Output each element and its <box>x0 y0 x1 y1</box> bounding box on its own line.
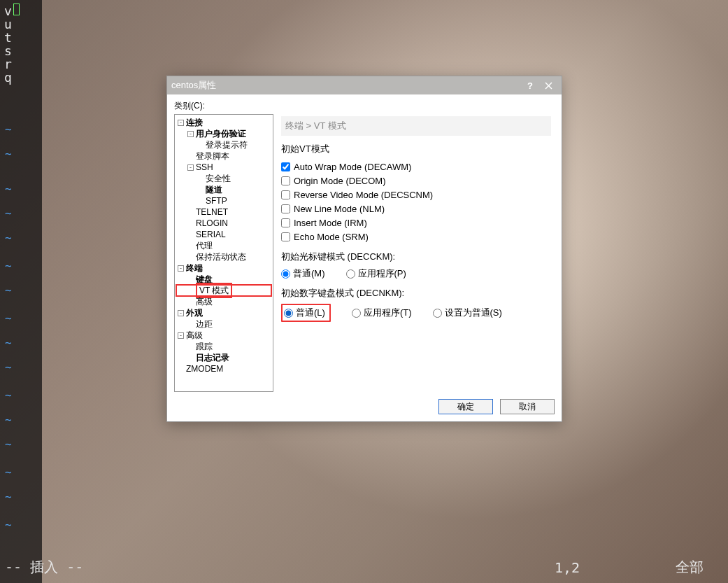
collapse-icon[interactable]: - <box>178 265 184 272</box>
checkbox[interactable] <box>281 176 290 185</box>
tree-item-advanced2[interactable]: -高级 <box>176 330 271 341</box>
tree-item-terminal[interactable]: -终端 <box>176 262 271 274</box>
checkbox[interactable] <box>281 232 290 241</box>
status-mode: -- 插入 -- <box>5 558 83 577</box>
tilde: ~ <box>5 336 12 349</box>
tree-item-serial[interactable]: SERIAL <box>176 229 271 240</box>
tilde: ~ <box>5 465 12 479</box>
check-origin[interactable]: Origin Mode (DECOM) <box>281 174 551 188</box>
collapse-icon[interactable]: - <box>178 310 184 316</box>
radio[interactable] <box>284 309 293 318</box>
dialog-title: centos属性 <box>171 79 521 92</box>
tree-item-logging[interactable]: 日志记录 <box>176 352 271 363</box>
section-vt-title: 初始VT模式 <box>281 143 551 155</box>
tilde: ~ <box>5 283 12 297</box>
check-autowrap[interactable]: Auto Wrap Mode (DECAWM) <box>281 160 551 174</box>
cancel-button[interactable]: 取消 <box>500 399 555 414</box>
tilde: ~ <box>5 259 12 272</box>
check-reverse[interactable]: Reverse Video Mode (DECSCNM) <box>281 188 551 202</box>
radio-numpad-normal[interactable]: 普通(L) <box>284 307 325 319</box>
cursor-mode-title: 初始光标键模式 (DECCKM): <box>281 251 551 263</box>
tree-item-auth[interactable]: -用户身份验证 <box>176 128 271 139</box>
status-bar: -- 插入 -- 1,2 全部 <box>0 552 728 583</box>
tilde: ~ <box>5 311 12 325</box>
titlebar[interactable]: centos属性 ? <box>167 76 562 94</box>
ok-button[interactable]: 确定 <box>438 399 493 414</box>
check-insert[interactable]: Insert Mode (IRM) <box>281 216 551 230</box>
tilde: ~ <box>5 437 12 451</box>
radio-cursor-normal[interactable]: 普通(M) <box>281 267 325 280</box>
tree-item-appearance[interactable]: -外观 <box>176 307 271 318</box>
settings-panel: 终端 > VT 模式 初始VT模式 Auto Wrap Mode (DECAWM… <box>278 114 555 392</box>
collapse-icon[interactable]: - <box>187 131 194 137</box>
close-button[interactable] <box>539 78 557 92</box>
collapse-icon[interactable]: - <box>178 332 184 339</box>
tilde: ~ <box>5 182 12 195</box>
terminal-text: v u t s r q <box>4 3 20 84</box>
tree-item-vt-mode[interactable]: VT 模式 <box>176 285 271 296</box>
close-icon <box>545 82 552 90</box>
tree-item-telnet[interactable]: TELNET <box>176 206 271 218</box>
radio[interactable] <box>346 269 355 279</box>
tree-item-ssh[interactable]: -SSH <box>176 162 271 173</box>
tilde: ~ <box>5 490 12 503</box>
radio[interactable] <box>281 269 290 279</box>
tree-item-connection[interactable]: -连接 <box>176 117 271 128</box>
tree-item-keepalive[interactable]: 保持活动状态 <box>176 251 271 262</box>
radio[interactable] <box>433 309 442 318</box>
checkbox[interactable] <box>281 190 290 199</box>
numpad-mode-title: 初始数字键盘模式 (DECNKM): <box>281 287 551 300</box>
properties-dialog: centos属性 ? 类别(C): -连接 -用户身份验证 登录提示符 登录脚本… <box>166 76 562 422</box>
radio-cursor-app[interactable]: 应用程序(P) <box>346 267 406 280</box>
tilde: ~ <box>5 413 12 426</box>
tree-item-rlogin[interactable]: RLOGIN <box>176 218 271 229</box>
category-tree[interactable]: -连接 -用户身份验证 登录提示符 登录脚本 -SSH 安全性 隧道 SFTP <box>174 114 273 392</box>
tree-item-margin[interactable]: 边距 <box>176 318 271 330</box>
checkbox[interactable] <box>281 204 290 213</box>
collapse-icon[interactable]: - <box>187 164 194 171</box>
tree-item-sftp[interactable]: SFTP <box>176 195 271 206</box>
tree-item-login-script[interactable]: 登录脚本 <box>176 150 271 162</box>
collapse-icon[interactable]: - <box>178 120 184 126</box>
tree-item-tunnel[interactable]: 隧道 <box>176 184 271 195</box>
tree-item-trace[interactable]: 跟踪 <box>176 341 271 352</box>
radio-numpad-set[interactable]: 设置为普通(S) <box>433 307 502 319</box>
status-position: 1,2 <box>555 559 580 576</box>
tilde: ~ <box>5 518 12 531</box>
tilde: ~ <box>5 360 12 374</box>
category-label: 类别(C): <box>174 100 555 112</box>
tree-item-security[interactable]: 安全性 <box>176 173 271 184</box>
radio-numpad-app[interactable]: 应用程序(T) <box>352 307 412 319</box>
tree-item-login-prompt[interactable]: 登录提示符 <box>176 139 271 150</box>
help-button[interactable]: ? <box>521 78 539 92</box>
highlight-box: 普通(L) <box>281 304 331 322</box>
tilde: ~ <box>5 122 12 136</box>
tree-item-zmodem[interactable]: ZMODEM <box>176 363 271 374</box>
tree-item-proxy[interactable]: 代理 <box>176 240 271 251</box>
check-echo[interactable]: Echo Mode (SRM) <box>281 230 551 244</box>
tilde: ~ <box>5 388 12 402</box>
tree-item-advanced[interactable]: 高级 <box>176 296 271 307</box>
checkbox[interactable] <box>281 218 290 227</box>
tilde: ~ <box>5 147 12 160</box>
cursor <box>13 3 20 15</box>
check-newline[interactable]: New Line Mode (NLM) <box>281 202 551 216</box>
radio[interactable] <box>352 309 361 318</box>
status-scope: 全部 <box>676 558 704 577</box>
tilde: ~ <box>5 206 12 220</box>
checkbox[interactable] <box>281 162 290 171</box>
breadcrumb: 终端 > VT 模式 <box>281 116 551 136</box>
tilde: ~ <box>5 231 12 244</box>
